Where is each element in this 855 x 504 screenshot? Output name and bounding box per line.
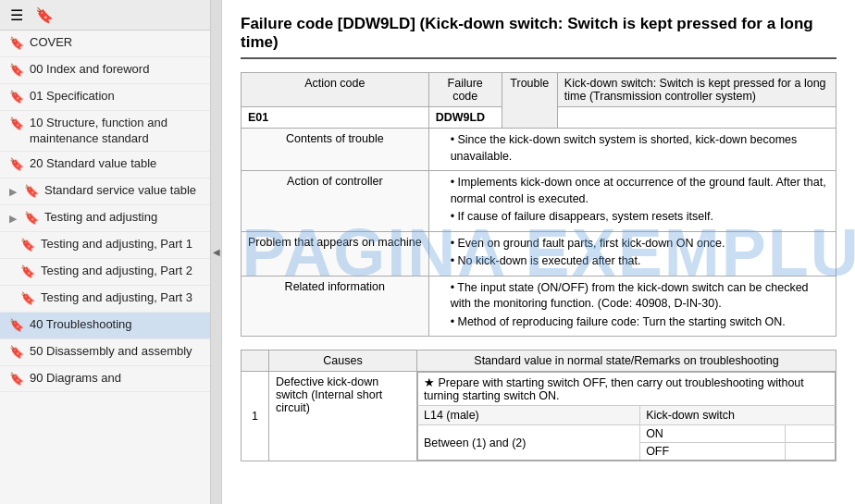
nav-bookmark-icon: 🔖 (9, 157, 24, 173)
sidebar-item-label: 10 Structure, function and maintenance s… (30, 116, 203, 147)
nav-bookmark-icon: 🔖 (9, 318, 24, 334)
list-item: Method of reproducing failure code: Turn… (451, 314, 829, 331)
nav-bookmark-icon: 🔖 (20, 264, 35, 280)
nav-bookmark-icon: 🔖 (24, 211, 39, 227)
causes-col-causes: Causes (269, 350, 417, 372)
nav-bookmark-icon: 🔖 (9, 90, 24, 105)
sidebar-item-label: Standard service value table (44, 183, 196, 199)
sidebar-item-testing-adj[interactable]: ▶🔖Testing and adjusting (0, 205, 210, 232)
sidebar-item-label: 90 Diagrams and (30, 371, 121, 387)
nav-bookmark-icon: 🔖 (20, 291, 35, 307)
nav-bookmark-icon: 🔖 (9, 36, 24, 52)
off-value (786, 443, 836, 461)
off-label: OFF (640, 443, 786, 461)
sidebar-item-label: Testing and adjusting, Part 3 (41, 290, 192, 306)
list-item: Implements kick-down once at occurrence … (451, 175, 829, 207)
nav-bookmark-icon: 🔖 (9, 372, 24, 387)
standard-value: ★ Prepare with starting switch OFF, then… (417, 372, 836, 461)
list-item: The input state (ON/OFF) from the kick-d… (451, 280, 829, 313)
causes-col-standard: Standard value in normal state/Remarks o… (417, 350, 836, 372)
row-label: Contents of trouble (242, 129, 429, 171)
sidebar-item-label: COVER (30, 35, 72, 51)
sidebar-item-90-diagrams[interactable]: 🔖90 Diagrams and (0, 366, 210, 393)
row-label: Action of controller (242, 171, 429, 232)
nav-bookmark-icon: 🔖 (9, 345, 24, 361)
row-content: Implements kick-down once at occurrence … (428, 171, 836, 232)
sidebar-item-label: 00 Index and foreword (30, 62, 149, 78)
expand-arrow: ▶ (9, 212, 17, 225)
sidebar-item-20-standard[interactable]: 🔖20 Standard value table (0, 152, 210, 178)
sidebar-item-testing-adj-1[interactable]: 🔖Testing and adjusting, Part 1 (0, 232, 210, 259)
sidebar-item-cover[interactable]: 🔖COVER (0, 31, 210, 57)
between-label: Between (1) and (2) (418, 425, 640, 461)
sidebar-item-00-index[interactable]: 🔖00 Index and foreword (0, 57, 210, 84)
sidebar: ☰ 🔖 🔖COVER🔖00 Index and foreword🔖01 Spec… (0, 0, 211, 504)
table-row: Contents of troubleSince the kick-down s… (242, 129, 836, 171)
sidebar-item-50-disassembly[interactable]: 🔖50 Disassembly and assembly (0, 339, 210, 366)
sidebar-item-label: 20 Standard value table (30, 156, 156, 172)
col-failure-code: Failure code (428, 73, 502, 107)
cause-no: 1 (242, 372, 269, 461)
row-label: Related information (242, 276, 429, 337)
expand-arrow: ▶ (9, 185, 17, 198)
sidebar-item-label: 40 Troubleshooting (30, 317, 132, 333)
sidebar-item-label: 50 Disassembly and assembly (30, 344, 192, 360)
causes-table: Causes Standard value in normal state/Re… (241, 350, 836, 461)
sidebar-nav: 🔖COVER🔖00 Index and foreword🔖01 Specific… (0, 31, 210, 504)
menu-icon[interactable]: ☰ (6, 4, 28, 26)
col-trouble: Trouble (502, 73, 557, 129)
info-table: Action code Failure code Trouble Kick-do… (241, 72, 836, 337)
sidebar-item-10-structure[interactable]: 🔖10 Structure, function and maintenance … (0, 111, 210, 153)
sidebar-collapse-handle[interactable]: ◀ (211, 0, 222, 504)
causes-table-body: 1Defective kick-down switch (Internal sh… (242, 372, 836, 461)
table-row: Action of controllerImplements kick-down… (242, 171, 836, 232)
causes-col-no (242, 350, 269, 372)
nav-bookmark-icon: 🔖 (24, 184, 39, 200)
sidebar-item-label: 01 Specification (30, 89, 115, 104)
failure-code-value: DDW9LD (428, 107, 502, 129)
description-placeholder (557, 107, 836, 129)
sidebar-item-40-troubleshooting[interactable]: 🔖40 Troubleshooting (0, 313, 210, 339)
nav-bookmark-icon: 🔖 (20, 238, 35, 253)
action-code-value: E01 (242, 107, 429, 129)
list-item: Even on ground fault parts, first kick-d… (451, 236, 829, 252)
sidebar-item-testing-adj-2[interactable]: 🔖Testing and adjusting, Part 2 (0, 259, 210, 286)
sidebar-item-standard-service[interactable]: ▶🔖Standard service value table (0, 178, 210, 205)
row-content: Even on ground fault parts, first kick-d… (428, 231, 836, 276)
row-content: Since the kick-down switch system is sho… (428, 129, 836, 171)
standard-col-connector: L14 (male) (418, 406, 640, 425)
list-item: If cause of failure disappears, system r… (451, 209, 829, 226)
on-label: ON (640, 425, 786, 443)
sidebar-toolbar: ☰ 🔖 (0, 0, 210, 31)
main-content: Failure code [DDW9LD] (Kick-down switch:… (222, 0, 855, 504)
prepare-text: ★ Prepare with starting switch OFF, then… (418, 373, 836, 406)
nav-bookmark-icon: 🔖 (9, 63, 24, 79)
on-value (786, 425, 836, 443)
list-item: No kick-down is executed after that. (451, 253, 829, 270)
row-content: The input state (ON/OFF) from the kick-d… (428, 276, 836, 337)
standard-col-switch: Kick-down switch (640, 406, 836, 425)
page-title: Failure code [DDW9LD] (Kick-down switch:… (241, 15, 836, 59)
sidebar-item-01-spec[interactable]: 🔖01 Specification (0, 84, 210, 111)
sidebar-item-label: Testing and adjusting, Part 2 (41, 264, 192, 279)
cause-text: Defective kick-down switch (Internal sho… (269, 372, 417, 461)
nav-bookmark-icon: 🔖 (9, 117, 24, 132)
row-label: Problem that appears on machine (242, 231, 429, 276)
sidebar-item-label: Testing and adjusting, Part 1 (41, 237, 192, 252)
info-table-body: Contents of troubleSince the kick-down s… (242, 129, 836, 337)
table-row: Related informationThe input state (ON/O… (242, 276, 836, 337)
sidebar-item-label: Testing and adjusting (44, 210, 157, 226)
table-row: 1Defective kick-down switch (Internal sh… (242, 372, 836, 461)
col-action-code: Action code (242, 73, 429, 107)
table-row: Problem that appears on machineEven on g… (242, 231, 836, 276)
list-item: Since the kick-down switch system is sho… (451, 132, 829, 165)
bookmark-icon[interactable]: 🔖 (33, 4, 56, 26)
sidebar-item-testing-adj-3[interactable]: 🔖Testing and adjusting, Part 3 (0, 286, 210, 313)
col-description: Kick-down switch: Switch is kept pressed… (557, 73, 836, 107)
